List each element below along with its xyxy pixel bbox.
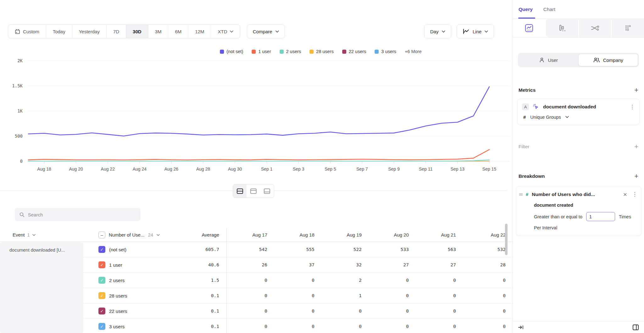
- date-column-header: Aug 22: [462, 232, 509, 237]
- breakdown-value-input[interactable]: [586, 212, 615, 221]
- cell-value: 563: [415, 247, 462, 252]
- svg-text:0: 0: [20, 159, 23, 164]
- close-icon[interactable]: ×: [623, 191, 627, 198]
- cell-value: 0: [415, 324, 462, 329]
- layout-table-only-button[interactable]: [260, 184, 274, 198]
- svg-text:Aug 18: Aug 18: [37, 166, 51, 172]
- layout-chart-only-button[interactable]: [247, 184, 260, 198]
- add-breakdown-button[interactable]: +: [634, 173, 638, 180]
- results-table: Event 1 – Number of Use... 24 Average Au…: [0, 228, 513, 333]
- svg-text:Sep 9: Sep 9: [388, 166, 400, 172]
- series-checkbox[interactable]: ✓: [98, 277, 105, 284]
- cell-value: 0: [321, 308, 368, 314]
- collapse-panel-icon[interactable]: [518, 325, 524, 330]
- table-row[interactable]: ✓28 users0.1001000: [83, 288, 513, 303]
- range-button-custom[interactable]: Custom: [8, 25, 46, 38]
- series-label: 2 users: [109, 278, 125, 283]
- range-button-30d[interactable]: 30D: [126, 25, 148, 38]
- search-input[interactable]: [28, 212, 136, 217]
- series-label: 3 users: [109, 324, 125, 329]
- breakdown-unit-label: Times: [619, 214, 631, 219]
- range-button-yesterday[interactable]: Yesterday: [72, 25, 107, 38]
- cell-value: 37: [274, 262, 321, 267]
- range-button-12m[interactable]: 12M: [188, 25, 211, 38]
- table-row[interactable]: ✓1 user40.6263732272728: [83, 257, 513, 273]
- active-tab-underline: [518, 18, 535, 19]
- metric-aggregation[interactable]: Unique Groups: [530, 115, 561, 120]
- breakdown-event-name[interactable]: document created: [534, 203, 637, 208]
- drag-handle-icon[interactable]: [519, 193, 523, 196]
- event-name-cell[interactable]: document downloaded [U...: [0, 242, 83, 333]
- scope-user-option[interactable]: User: [519, 54, 578, 66]
- table-row[interactable]: ✓22 users0.1000000: [83, 303, 513, 319]
- line-chart-icon: [525, 24, 533, 32]
- cell-value: 0: [226, 324, 274, 329]
- metric-menu-icon[interactable]: ⋮: [630, 104, 635, 110]
- svg-text:Sep 15: Sep 15: [482, 166, 497, 172]
- series-checkbox[interactable]: ✓: [98, 246, 105, 253]
- interval-dropdown[interactable]: Day: [424, 25, 451, 38]
- cell-value: 0: [368, 308, 415, 314]
- svg-text:Aug 20: Aug 20: [69, 166, 83, 172]
- table-row[interactable]: ✓3 users0.1000000: [83, 319, 513, 333]
- breakdown-card[interactable]: # Number of Users who did... × ⋮ documen…: [516, 186, 641, 236]
- cell-value: 0: [274, 293, 321, 298]
- table-row[interactable]: ✓(not set)605.7542555522533563532: [83, 242, 513, 257]
- tab-chart[interactable]: Chart: [543, 7, 555, 12]
- series-label: 28 users: [109, 293, 127, 298]
- top-panel-icon: [250, 188, 257, 194]
- chart-type-bar-button[interactable]: [545, 19, 578, 37]
- chart-type-dots-button[interactable]: [611, 19, 644, 37]
- series-checkbox[interactable]: ✓: [98, 308, 105, 314]
- series-checkbox[interactable]: ✓: [98, 261, 105, 268]
- metric-badge: A: [522, 103, 529, 110]
- breakdown-per-interval[interactable]: Per Interval: [534, 225, 637, 230]
- add-metric-button[interactable]: +: [634, 87, 638, 94]
- layout-split-button[interactable]: [233, 184, 247, 198]
- cell-value: 0: [462, 278, 509, 283]
- series-count: 24: [148, 232, 153, 237]
- average-value: 0.1: [184, 293, 226, 298]
- range-button-6m[interactable]: 6M: [168, 25, 188, 38]
- panel-tabs: Query Chart: [513, 0, 644, 19]
- breakdown-menu-icon[interactable]: ⋮: [632, 192, 637, 197]
- chart-type-switcher: [513, 19, 644, 38]
- chart-type-dropdown[interactable]: Line: [457, 25, 494, 38]
- cell-value: 0: [368, 278, 415, 283]
- chart-type-flow-button[interactable]: [578, 19, 611, 37]
- breakdown-condition-label[interactable]: Greater than or equal to: [534, 214, 582, 219]
- svg-text:Sep 7: Sep 7: [356, 166, 368, 172]
- event-column-header[interactable]: Event 1: [0, 232, 83, 237]
- vertical-scrollbar[interactable]: [505, 224, 508, 255]
- metric-card[interactable]: A document downloaded ⋮ # Unique Groups: [517, 99, 640, 125]
- series-checkbox[interactable]: ✓: [98, 292, 105, 299]
- event-click-icon: [533, 104, 539, 110]
- date-column-header: Aug 17: [226, 232, 274, 237]
- add-filter-button[interactable]: +: [634, 143, 638, 150]
- number-type-icon: #: [523, 114, 526, 120]
- breakdown-card-title: Number of Users who did...: [532, 192, 623, 197]
- svg-text:Aug 30: Aug 30: [228, 166, 242, 172]
- chart-type-line-button[interactable]: [513, 19, 545, 37]
- range-button-3m[interactable]: 3M: [148, 25, 169, 38]
- svg-text:Aug 28: Aug 28: [196, 166, 210, 172]
- tab-query[interactable]: Query: [519, 7, 533, 12]
- range-button-xtd[interactable]: XTD: [211, 25, 240, 38]
- range-button-7d[interactable]: 7D: [107, 25, 126, 38]
- range-button-today[interactable]: Today: [46, 25, 72, 38]
- series-checkbox[interactable]: ✓: [98, 323, 105, 330]
- line-chart[interactable]: 05001K1.5K2KAug 18Aug 20Aug 22Aug 24Aug …: [0, 42, 513, 177]
- series-label: 22 users: [109, 308, 127, 314]
- toggle-right-panel-icon[interactable]: [632, 324, 639, 330]
- series-column-header[interactable]: – Number of Use... 24: [83, 232, 184, 238]
- select-all-checkbox[interactable]: –: [98, 232, 105, 238]
- interval-label: Day: [430, 29, 439, 34]
- cell-value: 27: [368, 262, 415, 267]
- bottom-panel-icon: [264, 188, 270, 194]
- scope-company-option[interactable]: Company: [578, 54, 638, 66]
- table-header-row: Event 1 – Number of Use... 24 Average Au…: [0, 228, 513, 242]
- cell-value: 542: [226, 247, 274, 252]
- cell-value: 0: [462, 324, 509, 329]
- compare-button[interactable]: Compare: [247, 25, 285, 38]
- table-row[interactable]: ✓2 users1.5002000: [83, 273, 513, 288]
